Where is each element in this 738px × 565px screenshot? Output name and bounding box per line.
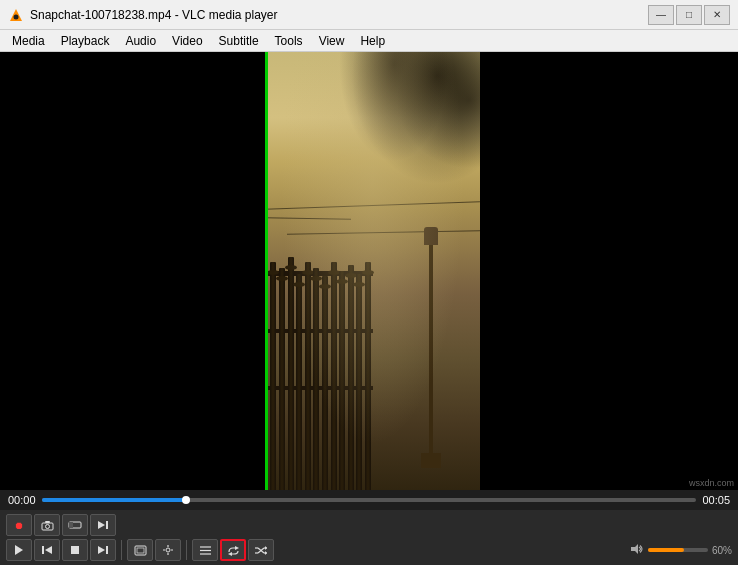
menu-video[interactable]: Video [164,30,210,51]
svg-rect-10 [42,546,44,554]
loop-ab-button[interactable] [62,514,88,536]
green-line [265,52,268,490]
svg-rect-16 [137,548,144,553]
black-left [0,52,265,490]
menu-audio[interactable]: Audio [117,30,164,51]
previous-button[interactable] [34,539,60,561]
volume-icon[interactable] [630,543,644,558]
svg-rect-14 [106,546,108,554]
volume-fill [648,548,684,552]
next-button[interactable] [90,539,116,561]
svg-marker-30 [265,551,267,555]
svg-marker-26 [228,552,232,556]
progress-bar-container: 00:00 00:05 [8,494,730,506]
separator-2 [186,540,187,560]
volume-slider[interactable] [648,548,708,552]
svg-marker-7 [98,521,105,529]
svg-marker-9 [15,545,23,555]
title-bar: Snapchat-100718238.mp4 - VLC media playe… [0,0,738,30]
progress-handle[interactable] [182,496,190,504]
progress-fill [42,498,186,502]
next-frame-button[interactable] [90,514,116,536]
minimize-button[interactable]: — [648,5,674,25]
menu-bar: Media Playback Audio Video Subtitle Tool… [0,30,738,52]
svg-marker-11 [45,546,52,554]
current-time: 00:00 [8,494,36,506]
stop-button[interactable] [62,539,88,561]
foggy-scene [265,52,480,490]
playlist-button[interactable] [192,539,218,561]
svg-marker-13 [98,546,105,554]
controls-row-2: 60% [6,539,732,561]
svg-point-17 [166,548,170,552]
svg-marker-34 [265,546,267,550]
menu-media[interactable]: Media [4,30,53,51]
video-frame [265,52,480,490]
menu-view[interactable]: View [311,30,353,51]
loop-button[interactable] [220,539,246,561]
controls-row-1: ⏺ [6,514,732,536]
svg-point-3 [45,524,49,528]
video-content: wsxdn.com [0,52,738,490]
menu-playback[interactable]: Playback [53,30,118,51]
play-pause-button[interactable] [6,539,32,561]
svg-point-1 [14,14,19,19]
menu-tools[interactable]: Tools [267,30,311,51]
snapshot-button[interactable] [34,514,60,536]
menu-help[interactable]: Help [352,30,393,51]
svg-rect-12 [71,546,79,554]
svg-rect-8 [106,521,108,529]
close-button[interactable]: ✕ [704,5,730,25]
svg-rect-15 [135,546,146,555]
separator-1 [121,540,122,560]
menu-subtitle[interactable]: Subtitle [211,30,267,51]
record-button[interactable]: ⏺ [6,514,32,536]
volume-area: 60% [630,543,732,558]
watermark: wsxdn.com [689,478,734,488]
progress-area: 00:00 00:05 [0,490,738,510]
svg-marker-25 [235,546,239,550]
fullscreen-button[interactable] [127,539,153,561]
extended-settings-button[interactable] [155,539,181,561]
progress-track[interactable] [42,498,697,502]
end-time: 00:05 [702,494,730,506]
window-controls: — □ ✕ [648,5,730,25]
fog-overlay [265,52,480,490]
svg-rect-4 [45,521,50,523]
video-area: wsxdn.com [0,52,738,490]
random-button[interactable] [248,539,274,561]
volume-label: 60% [712,545,732,556]
svg-marker-35 [631,544,638,554]
window-title: Snapchat-100718238.mp4 - VLC media playe… [30,8,648,22]
black-right: wsxdn.com [480,52,738,490]
svg-rect-6 [69,522,73,528]
controls-area: ⏺ [0,510,738,565]
app-icon [8,7,24,23]
maximize-button[interactable]: □ [676,5,702,25]
